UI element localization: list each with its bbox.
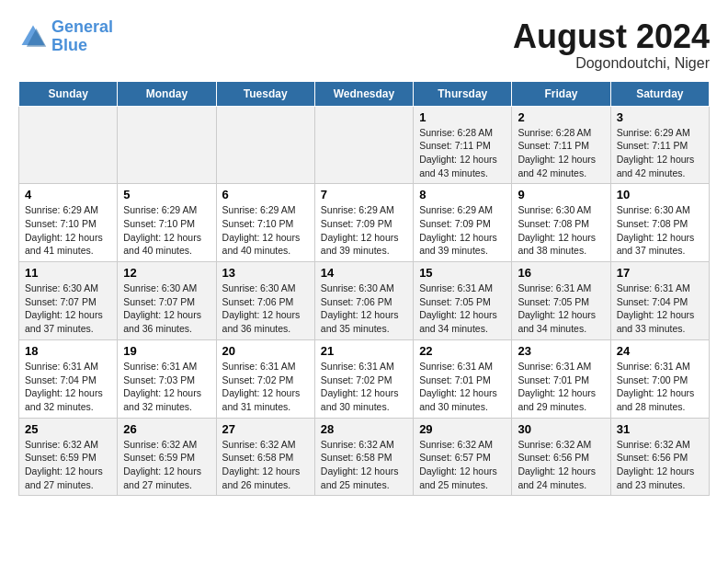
calendar-cell: 22Sunrise: 6:31 AMSunset: 7:01 PMDayligh… [414,339,512,418]
day-number: 18 [25,344,111,358]
calendar-cell: 24Sunrise: 6:31 AMSunset: 7:00 PMDayligh… [610,339,709,418]
day-number: 25 [25,422,111,436]
title-block: August 2024 Dogondoutchi, Niger [513,18,710,72]
day-info: Sunrise: 6:31 AMSunset: 7:00 PMDaylight:… [617,360,703,414]
calendar-cell: 17Sunrise: 6:31 AMSunset: 7:04 PMDayligh… [610,262,709,340]
day-number: 11 [25,266,111,280]
calendar-cell: 21Sunrise: 6:31 AMSunset: 7:02 PMDayligh… [314,339,413,418]
day-number: 8 [419,188,506,201]
day-info: Sunrise: 6:31 AMSunset: 7:05 PMDaylight:… [419,282,506,336]
calendar-cell [118,106,216,184]
day-number: 15 [419,266,506,280]
day-info: Sunrise: 6:30 AMSunset: 7:07 PMDaylight:… [123,282,210,336]
day-info: Sunrise: 6:30 AMSunset: 7:06 PMDaylight:… [222,282,309,336]
calendar-cell: 3Sunrise: 6:29 AMSunset: 7:11 PMDaylight… [610,106,709,184]
calendar-cell: 9Sunrise: 6:30 AMSunset: 7:08 PMDaylight… [512,184,610,262]
logo-line1: General [51,17,113,36]
calendar-cell: 6Sunrise: 6:29 AMSunset: 7:10 PMDaylight… [216,184,314,262]
day-info: Sunrise: 6:31 AMSunset: 7:01 PMDaylight:… [518,360,604,414]
calendar-cell: 27Sunrise: 6:32 AMSunset: 6:58 PMDayligh… [216,418,314,496]
logo-text: General Blue [51,18,113,55]
day-number: 13 [222,266,309,280]
day-number: 26 [123,422,210,436]
calendar-week-4: 18Sunrise: 6:31 AMSunset: 7:04 PMDayligh… [19,339,710,418]
calendar-cell [314,106,413,184]
day-number: 16 [518,266,604,280]
header-cell-wednesday: Wednesday [314,81,413,106]
calendar-cell: 23Sunrise: 6:31 AMSunset: 7:01 PMDayligh… [512,339,610,418]
calendar-cell: 1Sunrise: 6:28 AMSunset: 7:11 PMDaylight… [414,106,512,184]
calendar-cell [216,106,314,184]
day-info: Sunrise: 6:29 AMSunset: 7:10 PMDaylight:… [123,203,210,258]
calendar-cell: 5Sunrise: 6:29 AMSunset: 7:10 PMDaylight… [118,184,216,262]
calendar-title: August 2024 [513,18,710,55]
calendar-week-2: 4Sunrise: 6:29 AMSunset: 7:10 PMDaylight… [19,184,710,262]
day-info: Sunrise: 6:29 AMSunset: 7:11 PMDaylight:… [617,126,703,180]
day-info: Sunrise: 6:32 AMSunset: 6:56 PMDaylight:… [617,438,703,492]
calendar-cell: 26Sunrise: 6:32 AMSunset: 6:59 PMDayligh… [118,418,216,496]
day-number: 22 [419,344,506,358]
day-number: 9 [518,188,604,201]
day-info: Sunrise: 6:28 AMSunset: 7:11 PMDaylight:… [419,126,506,180]
calendar-cell: 14Sunrise: 6:30 AMSunset: 7:06 PMDayligh… [314,262,413,340]
calendar-cell: 18Sunrise: 6:31 AMSunset: 7:04 PMDayligh… [19,339,118,418]
calendar-week-5: 25Sunrise: 6:32 AMSunset: 6:59 PMDayligh… [19,418,710,496]
day-number: 20 [222,344,309,358]
day-info: Sunrise: 6:29 AMSunset: 7:10 PMDaylight:… [25,203,111,258]
day-number: 30 [518,422,604,436]
calendar-cell: 25Sunrise: 6:32 AMSunset: 6:59 PMDayligh… [19,418,118,496]
day-info: Sunrise: 6:31 AMSunset: 7:03 PMDaylight:… [123,360,210,414]
calendar-cell: 2Sunrise: 6:28 AMSunset: 7:11 PMDaylight… [512,106,610,184]
calendar-cell: 8Sunrise: 6:29 AMSunset: 7:09 PMDaylight… [414,184,512,262]
header-cell-saturday: Saturday [610,81,709,106]
calendar-cell: 16Sunrise: 6:31 AMSunset: 7:05 PMDayligh… [512,262,610,340]
day-info: Sunrise: 6:31 AMSunset: 7:04 PMDaylight:… [617,282,703,336]
day-number: 3 [617,110,703,124]
header-cell-tuesday: Tuesday [216,81,314,106]
header-cell-sunday: Sunday [19,81,118,106]
day-number: 19 [123,344,210,358]
day-number: 28 [321,422,407,436]
logo-icon [18,22,48,52]
calendar-table: SundayMondayTuesdayWednesdayThursdayFrid… [18,81,710,497]
day-info: Sunrise: 6:31 AMSunset: 7:01 PMDaylight:… [419,360,506,414]
calendar-cell [19,106,118,184]
day-info: Sunrise: 6:30 AMSunset: 7:08 PMDaylight:… [617,203,703,258]
day-info: Sunrise: 6:32 AMSunset: 6:59 PMDaylight:… [25,438,111,492]
calendar-cell: 28Sunrise: 6:32 AMSunset: 6:58 PMDayligh… [314,418,413,496]
page-header: General Blue August 2024 Dogondoutchi, N… [18,18,710,72]
day-number: 4 [25,188,111,201]
calendar-cell: 15Sunrise: 6:31 AMSunset: 7:05 PMDayligh… [414,262,512,340]
day-number: 2 [518,110,604,124]
day-info: Sunrise: 6:30 AMSunset: 7:06 PMDaylight:… [321,282,407,336]
day-info: Sunrise: 6:31 AMSunset: 7:05 PMDaylight:… [518,282,604,336]
day-info: Sunrise: 6:32 AMSunset: 6:56 PMDaylight:… [518,438,604,492]
day-number: 10 [617,188,703,201]
calendar-cell: 11Sunrise: 6:30 AMSunset: 7:07 PMDayligh… [19,262,118,340]
calendar-week-3: 11Sunrise: 6:30 AMSunset: 7:07 PMDayligh… [19,262,710,340]
day-info: Sunrise: 6:30 AMSunset: 7:08 PMDaylight:… [518,203,604,258]
day-number: 24 [617,344,703,358]
calendar-cell: 20Sunrise: 6:31 AMSunset: 7:02 PMDayligh… [216,339,314,418]
day-info: Sunrise: 6:32 AMSunset: 6:58 PMDaylight:… [321,438,407,492]
logo: General Blue [18,18,113,55]
calendar-cell: 19Sunrise: 6:31 AMSunset: 7:03 PMDayligh… [118,339,216,418]
day-info: Sunrise: 6:32 AMSunset: 6:58 PMDaylight:… [222,438,309,492]
calendar-cell: 12Sunrise: 6:30 AMSunset: 7:07 PMDayligh… [118,262,216,340]
header-cell-thursday: Thursday [414,81,512,106]
logo-line2: Blue [51,36,87,54]
day-number: 17 [617,266,703,280]
calendar-cell: 13Sunrise: 6:30 AMSunset: 7:06 PMDayligh… [216,262,314,340]
day-info: Sunrise: 6:29 AMSunset: 7:09 PMDaylight:… [419,203,506,258]
day-number: 12 [123,266,210,280]
day-info: Sunrise: 6:30 AMSunset: 7:07 PMDaylight:… [25,282,111,336]
calendar-body: 1Sunrise: 6:28 AMSunset: 7:11 PMDaylight… [19,106,710,496]
header-cell-friday: Friday [512,81,610,106]
day-info: Sunrise: 6:32 AMSunset: 6:59 PMDaylight:… [123,438,210,492]
day-number: 6 [222,188,309,201]
day-info: Sunrise: 6:31 AMSunset: 7:02 PMDaylight:… [222,360,309,414]
day-info: Sunrise: 6:31 AMSunset: 7:02 PMDaylight:… [321,360,407,414]
day-number: 27 [222,422,309,436]
calendar-header: SundayMondayTuesdayWednesdayThursdayFrid… [19,81,710,106]
header-cell-monday: Monday [118,81,216,106]
